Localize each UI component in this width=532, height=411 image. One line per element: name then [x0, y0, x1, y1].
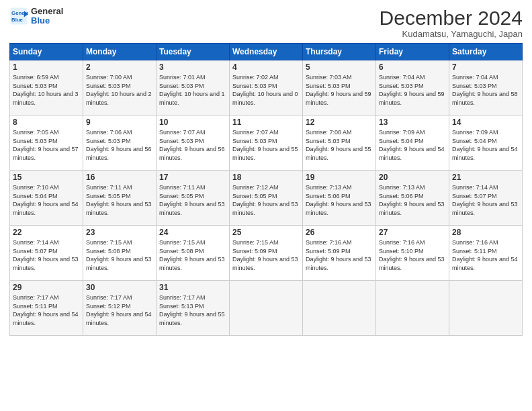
week-row-4: 22 Sunrise: 7:14 AMSunset: 5:07 PMDaylig… [10, 226, 523, 281]
day-info: Sunrise: 7:17 AMSunset: 5:12 PMDaylight:… [86, 294, 152, 326]
day-number: 4 [232, 62, 300, 72]
day-cell: 4 Sunrise: 7:02 AMSunset: 5:03 PMDayligh… [230, 60, 303, 116]
day-number: 30 [86, 283, 153, 292]
day-info: Sunrise: 7:00 AMSunset: 5:03 PMDaylight:… [86, 74, 152, 106]
day-cell [449, 281, 523, 336]
day-cell: 21 Sunrise: 7:14 AMSunset: 5:07 PMDaylig… [449, 171, 523, 226]
day-number: 22 [13, 228, 80, 237]
day-number: 16 [86, 173, 153, 182]
week-row-2: 8 Sunrise: 7:05 AMSunset: 5:03 PMDayligh… [10, 116, 523, 171]
day-cell: 9 Sunrise: 7:06 AMSunset: 5:03 PMDayligh… [83, 116, 157, 171]
day-number: 24 [159, 228, 226, 237]
day-number: 6 [379, 62, 446, 72]
day-info: Sunrise: 7:15 AMSunset: 5:09 PMDaylight:… [232, 239, 298, 271]
day-cell: 20 Sunrise: 7:13 AMSunset: 5:06 PMDaylig… [376, 171, 449, 226]
day-number: 7 [452, 62, 519, 72]
day-number: 25 [232, 228, 300, 237]
day-number: 29 [13, 283, 80, 292]
day-info: Sunrise: 7:05 AMSunset: 5:03 PMDaylight:… [13, 129, 79, 161]
day-info: Sunrise: 7:11 AMSunset: 5:05 PMDaylight:… [159, 184, 225, 216]
day-info: Sunrise: 7:12 AMSunset: 5:05 PMDaylight:… [232, 184, 298, 216]
column-header-tuesday: Tuesday [157, 44, 230, 60]
day-number: 17 [159, 173, 226, 182]
column-header-friday: Friday [376, 44, 449, 60]
location: Kudamatsu, Yamaguchi, Japan [380, 29, 523, 39]
day-number: 9 [86, 118, 153, 127]
title-block: December 2024 Kudamatsu, Yamaguchi, Japa… [380, 7, 523, 39]
day-number: 3 [159, 62, 226, 72]
day-cell: 29 Sunrise: 7:17 AMSunset: 5:11 PMDaylig… [10, 281, 83, 336]
day-cell: 18 Sunrise: 7:12 AMSunset: 5:05 PMDaylig… [230, 171, 303, 226]
day-cell: 26 Sunrise: 7:16 AMSunset: 5:09 PMDaylig… [303, 226, 376, 281]
day-info: Sunrise: 7:15 AMSunset: 5:08 PMDaylight:… [86, 239, 152, 271]
day-cell: 7 Sunrise: 7:04 AMSunset: 5:03 PMDayligh… [449, 60, 523, 116]
day-info: Sunrise: 7:10 AMSunset: 5:04 PMDaylight:… [13, 184, 79, 216]
day-cell: 5 Sunrise: 7:03 AMSunset: 5:03 PMDayligh… [303, 60, 376, 116]
day-number: 10 [159, 118, 226, 127]
day-cell: 19 Sunrise: 7:13 AMSunset: 5:06 PMDaylig… [303, 171, 376, 226]
day-cell: 10 Sunrise: 7:07 AMSunset: 5:03 PMDaylig… [157, 116, 230, 171]
day-info: Sunrise: 7:14 AMSunset: 5:07 PMDaylight:… [452, 184, 518, 216]
day-cell: 30 Sunrise: 7:17 AMSunset: 5:12 PMDaylig… [83, 281, 157, 336]
header-row: SundayMondayTuesdayWednesdayThursdayFrid… [10, 44, 523, 60]
day-number: 13 [379, 118, 446, 127]
day-cell: 8 Sunrise: 7:05 AMSunset: 5:03 PMDayligh… [10, 116, 83, 171]
day-info: Sunrise: 7:04 AMSunset: 5:03 PMDaylight:… [452, 74, 518, 106]
day-cell [230, 281, 303, 336]
day-info: Sunrise: 7:16 AMSunset: 5:11 PMDaylight:… [452, 239, 518, 271]
day-cell: 22 Sunrise: 7:14 AMSunset: 5:07 PMDaylig… [10, 226, 83, 281]
day-info: Sunrise: 7:17 AMSunset: 5:13 PMDaylight:… [159, 294, 225, 326]
calendar-table: SundayMondayTuesdayWednesdayThursdayFrid… [9, 43, 523, 336]
day-number: 19 [306, 173, 373, 182]
day-cell: 17 Sunrise: 7:11 AMSunset: 5:05 PMDaylig… [157, 171, 230, 226]
day-number: 8 [13, 118, 80, 127]
day-info: Sunrise: 7:03 AMSunset: 5:03 PMDaylight:… [306, 74, 371, 106]
column-header-saturday: Saturday [449, 44, 523, 60]
day-number: 5 [306, 62, 373, 72]
day-info: Sunrise: 7:15 AMSunset: 5:08 PMDaylight:… [159, 239, 225, 271]
day-number: 20 [379, 173, 446, 182]
day-info: Sunrise: 7:09 AMSunset: 5:04 PMDaylight:… [452, 129, 518, 161]
week-row-5: 29 Sunrise: 7:17 AMSunset: 5:11 PMDaylig… [10, 281, 523, 336]
logo-icon: General Blue [9, 7, 28, 26]
day-info: Sunrise: 7:07 AMSunset: 5:03 PMDaylight:… [232, 129, 298, 161]
day-number: 12 [306, 118, 373, 127]
day-cell: 1 Sunrise: 6:59 AMSunset: 5:03 PMDayligh… [10, 60, 83, 116]
day-info: Sunrise: 7:09 AMSunset: 5:04 PMDaylight:… [379, 129, 445, 161]
day-number: 28 [452, 228, 519, 237]
day-cell: 28 Sunrise: 7:16 AMSunset: 5:11 PMDaylig… [449, 226, 523, 281]
day-number: 14 [452, 118, 519, 127]
day-cell: 13 Sunrise: 7:09 AMSunset: 5:04 PMDaylig… [376, 116, 449, 171]
day-info: Sunrise: 7:13 AMSunset: 5:06 PMDaylight:… [379, 184, 445, 216]
day-cell: 23 Sunrise: 7:15 AMSunset: 5:08 PMDaylig… [83, 226, 157, 281]
day-cell: 15 Sunrise: 7:10 AMSunset: 5:04 PMDaylig… [10, 171, 83, 226]
day-cell: 25 Sunrise: 7:15 AMSunset: 5:09 PMDaylig… [230, 226, 303, 281]
day-info: Sunrise: 7:01 AMSunset: 5:03 PMDaylight:… [159, 74, 225, 106]
column-header-monday: Monday [83, 44, 157, 60]
day-cell: 2 Sunrise: 7:00 AMSunset: 5:03 PMDayligh… [83, 60, 157, 116]
logo: General Blue General Blue [9, 7, 63, 26]
day-info: Sunrise: 7:14 AMSunset: 5:07 PMDaylight:… [13, 239, 79, 271]
day-number: 23 [86, 228, 153, 237]
day-cell [376, 281, 449, 336]
day-cell: 14 Sunrise: 7:09 AMSunset: 5:04 PMDaylig… [449, 116, 523, 171]
day-cell: 24 Sunrise: 7:15 AMSunset: 5:08 PMDaylig… [157, 226, 230, 281]
day-info: Sunrise: 7:02 AMSunset: 5:03 PMDaylight:… [232, 74, 298, 106]
day-number: 31 [159, 283, 226, 292]
day-cell: 12 Sunrise: 7:08 AMSunset: 5:03 PMDaylig… [303, 116, 376, 171]
day-number: 27 [379, 228, 446, 237]
day-cell: 6 Sunrise: 7:04 AMSunset: 5:03 PMDayligh… [376, 60, 449, 116]
svg-text:Blue: Blue [11, 17, 24, 23]
day-cell: 3 Sunrise: 7:01 AMSunset: 5:03 PMDayligh… [157, 60, 230, 116]
day-cell: 31 Sunrise: 7:17 AMSunset: 5:13 PMDaylig… [157, 281, 230, 336]
month-title: December 2024 [380, 7, 523, 29]
day-cell: 16 Sunrise: 7:11 AMSunset: 5:05 PMDaylig… [83, 171, 157, 226]
day-number: 2 [86, 62, 153, 72]
day-info: Sunrise: 7:07 AMSunset: 5:03 PMDaylight:… [159, 129, 225, 161]
calendar-page: General Blue General Blue December 2024 … [0, 0, 532, 411]
day-info: Sunrise: 7:13 AMSunset: 5:06 PMDaylight:… [306, 184, 371, 216]
day-cell: 11 Sunrise: 7:07 AMSunset: 5:03 PMDaylig… [230, 116, 303, 171]
day-info: Sunrise: 7:04 AMSunset: 5:03 PMDaylight:… [379, 74, 445, 106]
logo-general: General [31, 7, 63, 16]
day-info: Sunrise: 7:16 AMSunset: 5:09 PMDaylight:… [306, 239, 371, 271]
